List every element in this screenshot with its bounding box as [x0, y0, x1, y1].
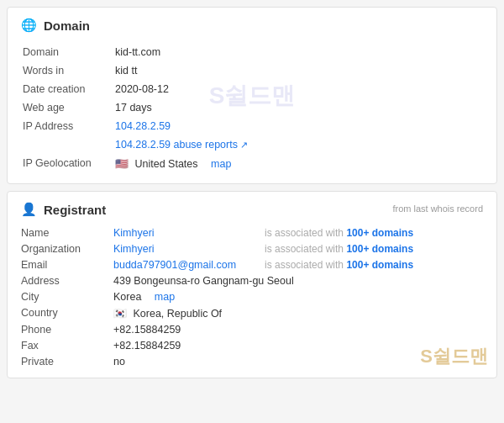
value-web-age: 17 days — [113, 98, 483, 117]
domain-card: 🌐 Domain S쉴드맨 Domain kid-tt.com Words in… — [7, 7, 497, 184]
table-row: IP Address 104.28.2.59 — [21, 117, 483, 135]
label-phone: Phone — [21, 324, 113, 336]
from-whois-label: from last whois record — [392, 204, 483, 214]
label-address: Address — [21, 275, 113, 287]
value-city: Korea map — [113, 291, 265, 303]
registrant-info-grid: Name Kimhyeri is associated with 100+ do… — [21, 227, 483, 367]
geolocation-map-link[interactable]: map — [211, 158, 231, 170]
table-row: 104.28.2.59 abuse reports ↗ — [21, 135, 483, 154]
value-country: 🇰🇷 Korea, Republic Of — [113, 307, 483, 320]
label-city: City — [21, 291, 113, 303]
value-words-in: kid tt — [113, 61, 483, 80]
value-email: budda797901@gmail.com — [113, 259, 265, 271]
value-fax: +82.15884259 — [113, 340, 483, 352]
value-ip-geolocation: 🇺🇸 United States map — [113, 154, 483, 173]
globe-icon: 🌐 — [21, 18, 37, 33]
abuse-reports-link[interactable]: 104.28.2.59 abuse reports ↗ — [115, 139, 248, 151]
us-flag-icon: 🇺🇸 — [115, 157, 129, 170]
ip-address-link[interactable]: 104.28.2.59 — [115, 120, 171, 132]
city-map-link[interactable]: map — [155, 291, 175, 303]
registrant-card: 👤 Registrant from last whois record S쉴드맨… — [7, 191, 497, 378]
domain-info-table: Domain kid-tt.com Words in kid tt Date c… — [21, 43, 483, 173]
value-domain: kid-tt.com — [113, 43, 483, 61]
label-ip-geolocation: IP Geolocation — [21, 154, 113, 173]
email-link[interactable]: budda797901@gmail.com — [113, 259, 236, 271]
value-phone: +82.15884259 — [113, 324, 483, 336]
person-icon: 👤 — [21, 202, 37, 217]
value-address: 439 Bongeunsa-ro Gangnam-gu Seoul — [113, 275, 483, 287]
label-country: Country — [21, 307, 113, 320]
value-organization: Kimhyeri — [113, 243, 265, 255]
label-fax: Fax — [21, 340, 113, 352]
label-name: Name — [21, 227, 113, 239]
label-ip-address: IP Address — [21, 117, 113, 135]
table-row: Date creation 2020-08-12 — [21, 80, 483, 98]
domain-section-title: 🌐 Domain — [21, 18, 483, 33]
label-organization: Organization — [21, 243, 113, 255]
value-name: Kimhyeri — [113, 227, 265, 239]
table-row: Domain kid-tt.com — [21, 43, 483, 61]
table-row: IP Geolocation 🇺🇸 United States map — [21, 154, 483, 173]
value-private: no — [113, 356, 483, 367]
label-private: Private — [21, 356, 113, 367]
external-link-icon: ↗ — [240, 140, 248, 150]
label-web-age: Web age — [21, 98, 113, 117]
label-words-in: Words in — [21, 61, 113, 80]
organization-link[interactable]: Kimhyeri — [113, 243, 155, 255]
value-date-creation: 2020-08-12 — [113, 80, 483, 98]
value-abuse: 104.28.2.59 abuse reports ↗ — [113, 135, 483, 154]
kr-flag-icon: 🇰🇷 — [113, 307, 127, 320]
name-link[interactable]: Kimhyeri — [113, 227, 155, 239]
label-email: Email — [21, 259, 113, 271]
table-row: Words in kid tt — [21, 61, 483, 80]
assoc-name: is associated with 100+ domains — [265, 227, 483, 239]
value-ip-address: 104.28.2.59 — [113, 117, 483, 135]
label-date-creation: Date creation — [21, 80, 113, 98]
assoc-email: is associated with 100+ domains — [265, 259, 483, 271]
label-abuse — [21, 135, 113, 154]
label-domain: Domain — [21, 43, 113, 61]
table-row: Web age 17 days — [21, 98, 483, 117]
assoc-organization: is associated with 100+ domains — [265, 243, 483, 255]
